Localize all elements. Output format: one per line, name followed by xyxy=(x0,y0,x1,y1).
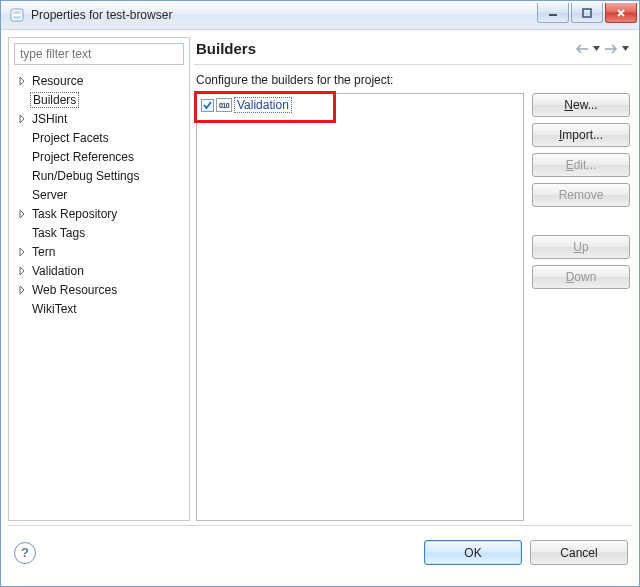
tree-item-label: Builders xyxy=(30,92,79,108)
ok-button[interactable]: OK xyxy=(424,540,522,565)
tree-item[interactable]: Server xyxy=(9,185,189,204)
tree-item[interactable]: Task Tags xyxy=(9,223,189,242)
tree-item-label: Tern xyxy=(30,245,57,259)
up-button[interactable]: Up xyxy=(532,235,630,259)
app-icon xyxy=(9,7,25,23)
tree-item-label: JSHint xyxy=(30,112,69,126)
builders-list[interactable]: 010Validation xyxy=(196,93,524,521)
svg-rect-4 xyxy=(583,9,591,17)
page-nav xyxy=(574,43,630,55)
tree-item[interactable]: Resource xyxy=(9,71,189,90)
chevron-down-icon[interactable] xyxy=(621,45,630,53)
dialog-button-bar: ? OK Cancel xyxy=(8,525,632,571)
new-button[interactable]: New... xyxy=(532,93,630,117)
tree-item-label: Server xyxy=(30,188,69,202)
properties-dialog: Properties for test-browser ResourceBuil… xyxy=(0,0,640,587)
spacer xyxy=(532,213,630,229)
tree-item-label: WikiText xyxy=(30,302,79,316)
tree-item-label: Task Tags xyxy=(30,226,87,240)
expand-icon[interactable] xyxy=(16,75,28,87)
expand-icon[interactable] xyxy=(16,113,28,125)
category-panel: ResourceBuildersJSHintProject FacetsProj… xyxy=(8,37,190,521)
window-controls xyxy=(535,3,639,23)
nav-back-icon[interactable] xyxy=(574,43,590,55)
page-title: Builders xyxy=(196,40,574,57)
filter-input[interactable] xyxy=(14,43,184,65)
client-area: ResourceBuildersJSHintProject FacetsProj… xyxy=(1,30,639,586)
builder-checkbox[interactable] xyxy=(201,99,214,112)
tree-item-label: Task Repository xyxy=(30,207,119,221)
tree-item-label: Web Resources xyxy=(30,283,119,297)
cancel-button[interactable]: Cancel xyxy=(530,540,628,565)
edit-button[interactable]: Edit... xyxy=(532,153,630,177)
svg-rect-0 xyxy=(11,9,23,21)
help-button[interactable]: ? xyxy=(14,542,36,564)
builder-row[interactable]: 010Validation xyxy=(199,96,521,114)
expand-icon[interactable] xyxy=(16,265,28,277)
tree-item[interactable]: Validation xyxy=(9,261,189,280)
svg-rect-1 xyxy=(13,11,21,14)
expand-icon[interactable] xyxy=(16,208,28,220)
tree-item[interactable]: Web Resources xyxy=(9,280,189,299)
page-panel: Builders xyxy=(194,37,632,521)
close-button[interactable] xyxy=(605,3,637,23)
expand-icon[interactable] xyxy=(16,284,28,296)
window-title: Properties for test-browser xyxy=(31,8,535,22)
builder-label: Validation xyxy=(234,97,292,113)
svg-rect-3 xyxy=(549,14,557,16)
tree-item-label: Validation xyxy=(30,264,86,278)
tree-item-label: Run/Debug Settings xyxy=(30,169,141,183)
svg-rect-2 xyxy=(13,16,21,19)
tree-item-label: Resource xyxy=(30,74,85,88)
expand-icon[interactable] xyxy=(16,246,28,258)
tree-item-label: Project Facets xyxy=(30,131,111,145)
page-description: Configure the builders for the project: xyxy=(196,73,630,87)
tree-item-label: Project References xyxy=(30,150,136,164)
minimize-button[interactable] xyxy=(537,3,569,23)
down-button[interactable]: Down xyxy=(532,265,630,289)
builder-icon: 010 xyxy=(216,98,232,112)
nav-forward-icon[interactable] xyxy=(603,43,619,55)
import-button[interactable]: Import... xyxy=(532,123,630,147)
titlebar: Properties for test-browser xyxy=(1,0,639,30)
tree-item[interactable]: Run/Debug Settings xyxy=(9,166,189,185)
tree-item[interactable]: Project References xyxy=(9,147,189,166)
tree-item[interactable]: JSHint xyxy=(9,109,189,128)
category-tree[interactable]: ResourceBuildersJSHintProject FacetsProj… xyxy=(9,69,189,520)
builder-buttons: New... Import... Edit... Remove xyxy=(532,93,630,521)
filter-container xyxy=(14,43,184,65)
page-header: Builders xyxy=(194,37,632,65)
tree-item[interactable]: Task Repository xyxy=(9,204,189,223)
tree-item[interactable]: Tern xyxy=(9,242,189,261)
tree-item[interactable]: Builders xyxy=(9,90,189,109)
remove-button[interactable]: Remove xyxy=(532,183,630,207)
tree-item[interactable]: WikiText xyxy=(9,299,189,318)
chevron-down-icon[interactable] xyxy=(592,45,601,53)
maximize-button[interactable] xyxy=(571,3,603,23)
builders-area: 010Validation New... Import... Edit... R… xyxy=(194,93,632,521)
tree-item[interactable]: Project Facets xyxy=(9,128,189,147)
